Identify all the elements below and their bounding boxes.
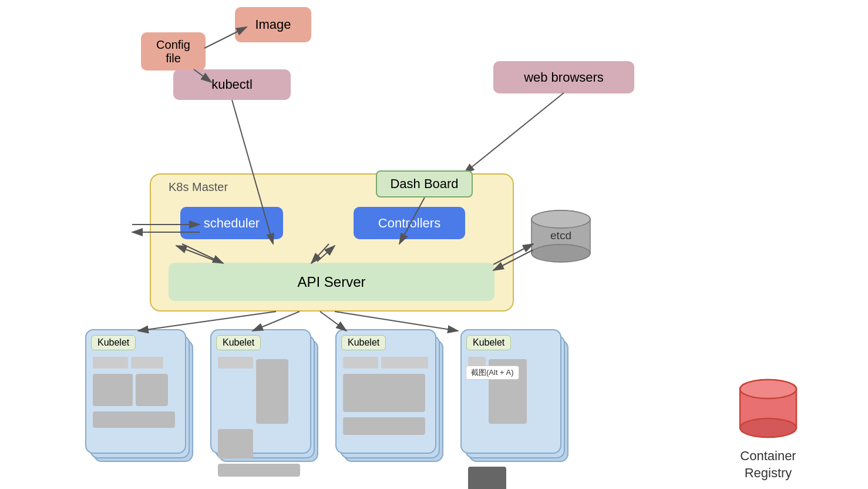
worker-node-2: Kubelet — [210, 329, 319, 463]
pods-3 — [341, 355, 430, 437]
image-node: Image — [235, 7, 311, 42]
etcd-node: etcd — [529, 209, 593, 262]
pod-4c — [468, 467, 506, 489]
config-file-label: Config file — [156, 38, 190, 65]
controllers-btn: Controllers — [354, 207, 465, 239]
svg-line-24 — [138, 312, 276, 331]
worker-node-1: Kubelet — [85, 329, 194, 463]
worker-card-front-1: Kubelet — [85, 329, 186, 454]
pods-2 — [216, 355, 305, 478]
web-browsers-node: web browsers — [493, 61, 634, 93]
worker-node-4: Kubelet — [460, 329, 569, 463]
k8s-master-label: K8s Master — [169, 180, 228, 194]
pod-1e — [93, 411, 175, 428]
api-server-box: API Server — [169, 263, 494, 301]
pod-2d — [218, 464, 300, 477]
svg-point-7 — [740, 418, 796, 437]
kubelet-label-3: Kubelet — [341, 335, 386, 350]
pods-1 — [91, 355, 180, 430]
dashboard-label: Dash Board — [390, 176, 458, 192]
svg-line-14 — [464, 93, 564, 173]
tooltip-text: 截图(Alt + A) — [471, 368, 514, 377]
svg-text:etcd: etcd — [550, 229, 571, 242]
web-browsers-label: web browsers — [524, 70, 604, 85]
pod-3a — [343, 357, 378, 369]
kubelet-label-2: Kubelet — [216, 335, 261, 350]
container-registry: Container Registry — [736, 376, 800, 481]
kubectl-node: kubectl — [173, 69, 291, 100]
kubelet-label-1: Kubelet — [91, 335, 136, 350]
worker-node-3: Kubelet — [335, 329, 444, 463]
pod-1d — [136, 374, 168, 406]
config-file-node: Config file — [141, 32, 206, 71]
svg-line-25 — [253, 312, 300, 331]
worker-card-front-4: Kubelet — [460, 329, 561, 454]
diagram: Image Config file kubectl web browsers K… — [0, 0, 868, 489]
kubelet-label-4: Kubelet — [466, 335, 511, 350]
pod-1b — [131, 357, 163, 369]
scheduler-label: scheduler — [204, 216, 260, 231]
pod-1c — [93, 374, 133, 406]
dashboard-node: Dash Board — [376, 170, 473, 197]
pod-2b — [256, 359, 288, 424]
controllers-label: Controllers — [378, 216, 440, 231]
api-server-label: API Server — [297, 274, 365, 290]
scheduler-btn: scheduler — [180, 207, 283, 239]
svg-line-26 — [320, 312, 346, 331]
screenshot-tooltip: 截图(Alt + A) — [466, 366, 519, 380]
registry-cylinder-icon — [736, 376, 800, 441]
registry-label: Container Registry — [740, 448, 796, 481]
pod-3d — [343, 417, 425, 435]
svg-point-2 — [531, 244, 590, 262]
workers-row: Kubelet Kubelet — [85, 329, 569, 463]
worker-card-front-3: Kubelet — [335, 329, 436, 454]
worker-card-front-2: Kubelet — [210, 329, 311, 454]
pod-2c — [218, 429, 253, 458]
pod-2a — [218, 357, 253, 369]
pod-3b — [381, 357, 428, 369]
image-label: Image — [255, 17, 291, 32]
svg-point-8 — [740, 380, 796, 398]
svg-point-3 — [531, 210, 590, 228]
svg-line-27 — [335, 312, 458, 331]
pod-3c — [343, 374, 425, 412]
pod-1a — [93, 357, 128, 369]
kubectl-label: kubectl — [211, 77, 253, 92]
